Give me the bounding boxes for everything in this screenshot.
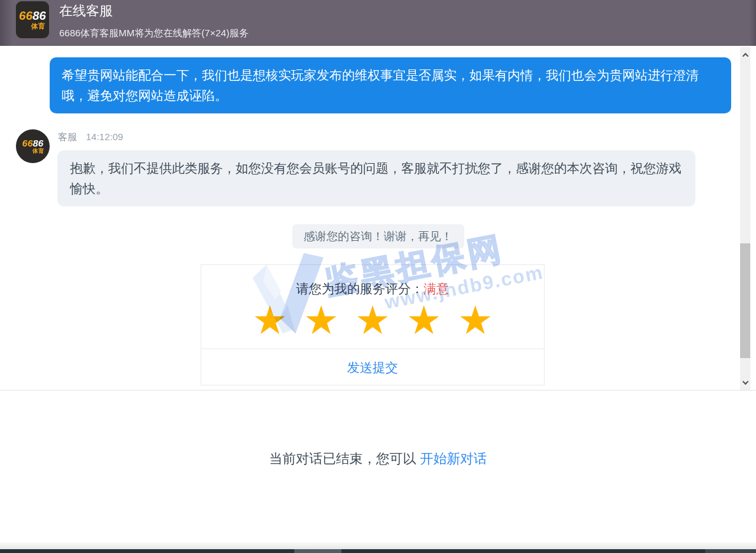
window-bottom-edge <box>0 542 756 549</box>
rating-divider <box>201 348 544 349</box>
visitor-message-bubble: 希望贵网站能配合一下，我们也是想核实玩家发布的维权事宜是否属实，如果有内情，我们… <box>50 57 731 113</box>
start-new-chat-link[interactable]: 开始新对话 <box>420 451 487 466</box>
system-message-bubble: 感谢您的咨询！谢谢，再见！ <box>292 224 464 248</box>
conversation-ended-text: 当前对话已结束，您可以 <box>269 451 420 466</box>
chat-footer-divider <box>0 390 756 391</box>
star-icon[interactable]: ★ <box>457 297 493 344</box>
rating-card: 请您为我的服务评分：满意 ★★★★★ 发送提交 <box>201 264 545 385</box>
rating-prompt: 请您为我的服务评分：满意 <box>201 280 544 298</box>
scroll-down-button[interactable] <box>740 377 750 387</box>
agent-message-bubble: 抱歉，我们不提供此类服务，如您没有您会员账号的问题，客服就不打扰您了，感谢您的本… <box>57 150 695 206</box>
brand-logo: 6686 体育 <box>16 1 49 38</box>
scrollbar-thumb[interactable] <box>740 243 750 358</box>
chevron-up-icon <box>742 52 748 59</box>
taskbar-segment <box>705 549 756 553</box>
star-icon[interactable]: ★ <box>355 297 390 344</box>
scroll-up-button[interactable] <box>740 50 750 60</box>
brand-logo-badge: 体育 <box>31 23 45 30</box>
brand-logo-number: 6686 <box>19 10 46 22</box>
star-icon[interactable]: ★ <box>252 297 288 344</box>
page-subtitle: 6686体育客服MM将为您在线解答(7×24)服务 <box>59 27 248 40</box>
agent-avatar-badge: 体育 <box>32 148 44 154</box>
rating-submit-button[interactable]: 发送提交 <box>201 359 544 377</box>
agent-avatar-number: 6686 <box>22 138 43 148</box>
chevron-down-icon <box>742 378 748 385</box>
star-row: ★★★★★ <box>201 297 544 344</box>
agent-avatar: 6686 体育 <box>16 129 50 163</box>
agent-name: 客服 <box>58 131 77 142</box>
header-text: 在线客服 6686体育客服MM将为您在线解答(7×24)服务 <box>59 2 248 40</box>
rating-prompt-label: 请您为我的服务评分： <box>296 282 424 296</box>
taskbar-strip <box>0 549 756 553</box>
chat-window: 6686 体育 在线客服 6686体育客服MM将为您在线解答(7×24)服务 希… <box>0 0 756 553</box>
page-title: 在线客服 <box>59 2 248 20</box>
star-icon[interactable]: ★ <box>406 297 442 344</box>
star-icon[interactable]: ★ <box>304 297 339 344</box>
rating-selected-option[interactable]: 满意 <box>424 282 449 296</box>
chat-header: 6686 体育 在线客服 6686体育客服MM将为您在线解答(7×24)服务 <box>0 0 756 46</box>
agent-meta: 客服14:12:09 <box>58 131 123 143</box>
taskbar-segment <box>294 549 341 553</box>
message-timestamp: 14:12:09 <box>86 131 123 142</box>
scrollbar[interactable] <box>740 47 750 390</box>
conversation-ended-line: 当前对话已结束，您可以 开始新对话 <box>0 450 756 468</box>
